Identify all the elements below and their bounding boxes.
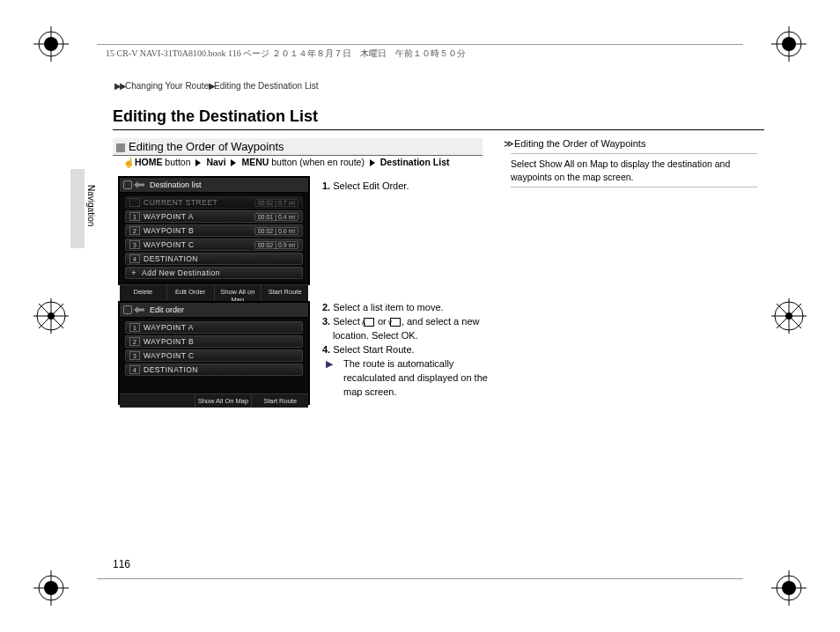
list-item[interactable]: 3WAYPOINT C00:02 | 0.9 mi (125, 239, 303, 251)
show-all-on-map-button[interactable]: Show All On Map (195, 394, 253, 408)
svg-point-27 (785, 312, 792, 320)
triangle-icon (370, 159, 375, 166)
side-section-label: Navigation (86, 185, 96, 226)
page-title: Editing the Destination List (113, 107, 318, 126)
list-item[interactable]: CURRENT STREET00:02 | 0.7 mi (125, 196, 303, 209)
crop-mark-icon (771, 26, 807, 62)
screen-list: 1WAYPOINT A 2WAYPOINT B 3WAYPOINT C 4DES… (120, 318, 308, 381)
crop-mark-icon (771, 570, 807, 606)
page-number: 116 (113, 558, 130, 570)
svg-point-21 (48, 312, 55, 320)
header-rule (97, 44, 743, 45)
edit-order-term: Edit Order (363, 180, 407, 191)
steps-2-4: 2. Select a list item to move. 3. Select… (322, 301, 498, 400)
list-item[interactable]: 2WAYPOINT B00:02 | 0.6 mi (125, 224, 303, 237)
screen-title: Edit order (150, 305, 184, 314)
note-body: Select Show All on Map to display the de… (511, 153, 757, 187)
crop-mark-icon (33, 26, 69, 62)
list-item[interactable]: 2WAYPOINT B (125, 335, 303, 348)
start-route-button[interactable]: Start Route (252, 394, 308, 408)
subsection-heading: Editing the Order of Waypoints (113, 138, 483, 156)
add-destination-item[interactable]: +Add New Destination (125, 267, 303, 279)
list-item[interactable]: 1WAYPOINT A00:01 | 0.4 mi (125, 210, 303, 223)
title-rule (113, 129, 764, 130)
footer-rule (97, 578, 743, 579)
back-arrow-icon (134, 181, 144, 188)
nav-navi: Navi (206, 157, 225, 167)
screen-title: Destination list (150, 180, 202, 189)
screenshot-edit-order: Edit order 1WAYPOINT A 2WAYPOINT B 3WAYP… (118, 301, 310, 405)
note-heading: ≫Editing the Order of Waypoints (504, 138, 645, 150)
triangle-icon (195, 159, 201, 166)
start-route-term: Start Route (363, 344, 412, 355)
screenshot-destination-list: Destination list CURRENT STREET00:02 | 0… (118, 176, 310, 285)
up-arrow-icon: ∧ (364, 318, 374, 327)
home-icon (123, 305, 132, 314)
screen-button-bar: Show All On Map Start Route (120, 393, 308, 408)
square-bullet-icon (116, 143, 125, 152)
crop-mark-icon (33, 298, 69, 334)
screen-header: Destination list (120, 178, 308, 193)
plus-icon: + (129, 268, 138, 277)
nav-menu: MENU (241, 157, 269, 167)
back-arrow-icon (134, 306, 144, 313)
crop-mark-icon (771, 298, 807, 334)
screen-list: CURRENT STREET00:02 | 0.7 mi 1WAYPOINT A… (120, 193, 308, 284)
note-marker-icon: ≫ (504, 138, 512, 149)
screen-header: Edit order (120, 303, 308, 318)
list-item[interactable]: 3WAYPOINT C (125, 349, 303, 362)
list-item[interactable]: 4DESTINATION (125, 253, 303, 265)
down-arrow-icon: ∨ (390, 318, 401, 327)
triangle-icon (231, 159, 236, 166)
show-all-on-map-term: Show All on Map (539, 158, 608, 169)
result-triangle-icon: ▶ (335, 357, 343, 371)
nav-home: HOME (135, 157, 163, 167)
breadcrumb-b: Editing the Destination List (214, 81, 318, 91)
nav-dest: Destination List (380, 157, 450, 167)
subsection-title: Editing the Order of Waypoints (129, 140, 284, 153)
home-icon (123, 180, 132, 189)
back-button[interactable] (123, 180, 144, 189)
ok-term: OK (402, 330, 416, 341)
list-item[interactable]: 4DESTINATION (125, 364, 303, 376)
nav-path: ☝ HOME button Navi MENU button (when en … (123, 157, 450, 168)
step-1: 1. Select Edit Order. (322, 180, 498, 194)
side-tab (70, 169, 85, 248)
breadcrumb-a: Changing Your Route (125, 81, 209, 91)
back-button[interactable] (123, 305, 144, 314)
breadcrumb: ▶▶Changing Your Route▶Editing the Destin… (114, 81, 318, 91)
print-header: 15 CR-V NAVI-31T0A8100.book 116 ページ ２０１４… (106, 48, 466, 60)
list-item[interactable]: 1WAYPOINT A (125, 321, 303, 334)
hand-icon: ☝ (123, 157, 132, 168)
crop-mark-icon (33, 570, 69, 606)
